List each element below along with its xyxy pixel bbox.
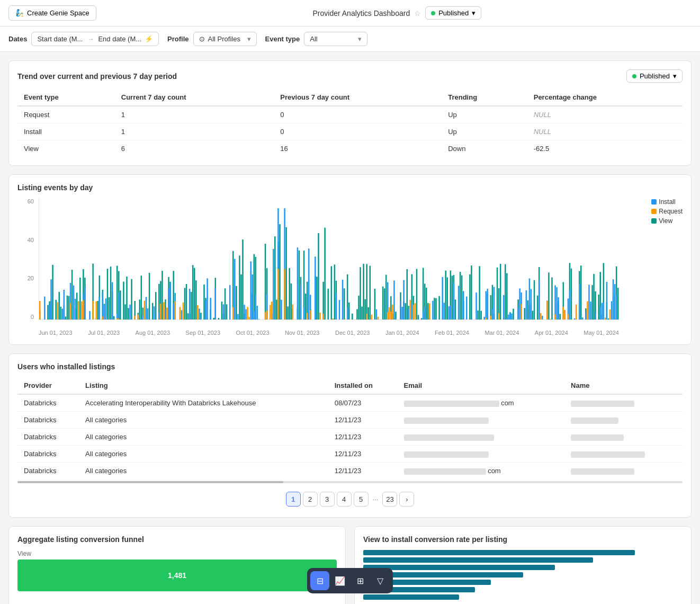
svg-rect-168 [279,224,280,319]
svg-rect-231 [382,287,383,319]
published-status-button[interactable]: Published ▾ [425,6,481,20]
svg-rect-2 [44,297,45,319]
scroll-thumb[interactable] [17,481,283,483]
svg-rect-339 [539,280,540,319]
cell-previous: 0 [274,106,442,123]
svg-rect-271 [434,298,435,319]
svg-rect-372 [588,285,589,319]
svg-rect-90 [166,308,167,319]
svg-rect-282 [452,276,453,319]
svg-rect-104 [186,284,187,319]
cell-name [564,412,683,429]
svg-rect-287 [460,272,461,319]
svg-rect-144 [248,317,249,319]
svg-rect-365 [579,284,580,319]
profile-select[interactable]: ⊙ All Profiles ▾ [193,32,257,46]
svg-rect-127 [223,304,224,319]
svg-rect-278 [447,277,448,319]
page-2-button[interactable]: 2 [303,492,318,507]
trend-published-button[interactable]: Published ▾ [626,69,683,83]
svg-rect-322 [513,309,514,319]
filter-toolbar-button[interactable]: ⊟ [310,571,329,590]
page-next-button[interactable]: › [399,492,414,507]
svg-rect-188 [307,313,308,319]
create-genie-space-button[interactable]: 🧞 Create Genie Space [8,5,96,21]
svg-rect-336 [534,280,535,319]
svg-rect-158 [266,310,267,319]
users-table-wrapper[interactable]: Provider Listing Installed on Email Name… [17,377,683,479]
trend-table-row: Request 1 0 Up NULL [17,106,683,123]
conversion-bar-7 [363,594,459,600]
col-previous-7day: Previous 7 day count [274,89,442,106]
page-3-button[interactable]: 3 [320,492,335,507]
svg-rect-274 [438,296,439,319]
svg-rect-215 [352,314,353,319]
svg-rect-316 [506,273,507,319]
page-4-button[interactable]: 4 [337,492,352,507]
chart-bars [39,198,619,320]
svg-rect-390 [611,301,612,319]
svg-rect-222 [366,264,367,319]
horizontal-scrollbar[interactable] [17,481,683,483]
svg-rect-148 [254,254,255,319]
cell-previous: 16 [274,140,442,157]
svg-rect-296 [477,310,478,319]
cell-email: com [398,394,565,412]
svg-rect-196 [318,233,319,319]
svg-rect-48 [109,297,110,319]
page-ellipsis: ··· [371,495,381,503]
svg-rect-22 [73,286,74,319]
svg-rect-294 [471,319,472,319]
svg-rect-216 [356,309,357,319]
svg-rect-361 [571,269,572,319]
svg-rect-175 [289,268,290,319]
cell-provider: Databricks [17,394,79,412]
page-1-button[interactable]: 1 [286,492,301,507]
svg-rect-373 [590,301,591,319]
svg-rect-162 [273,249,274,319]
svg-rect-201 [327,289,328,319]
chart-toolbar-button[interactable]: 📈 [330,571,349,590]
svg-rect-352 [559,314,560,319]
col-email: Email [398,377,565,394]
star-icon[interactable]: ☆ [414,9,421,17]
svg-rect-67 [134,316,135,319]
svg-rect-249 [405,303,406,319]
page-23-button[interactable]: 23 [382,492,397,507]
svg-rect-83 [158,313,159,319]
svg-rect-149 [254,311,255,319]
svg-rect-101 [181,310,182,319]
svg-rect-185 [303,307,304,319]
event-type-select[interactable]: All ▾ [304,32,367,46]
cell-installed: 12/11/23 [328,463,398,479]
svg-rect-305 [490,316,491,319]
svg-rect-24 [75,299,76,319]
svg-rect-344 [548,272,549,319]
svg-rect-63 [128,308,129,319]
page-5-button[interactable]: 5 [354,492,369,507]
svg-rect-279 [448,306,450,319]
col-provider: Provider [17,377,79,394]
svg-rect-154 [265,244,266,319]
svg-rect-120 [210,298,211,319]
svg-rect-393 [614,284,615,319]
svg-rect-310 [497,268,498,319]
chart-title: Listing events by day [17,183,683,192]
y-axis: 60 40 20 0 [17,198,36,320]
bottom-toolbar: ⊟ 📈 ⊞ ▽ [307,568,393,593]
list-item: Databricks All categories 12/11/23 [17,429,683,446]
svg-rect-250 [407,269,408,319]
table-toolbar-button[interactable]: ⊞ [351,571,370,590]
svg-rect-317 [506,318,507,319]
svg-rect-110 [194,268,195,319]
date-range-picker[interactable]: Start date (M... → End date (M... ⚡ [31,32,159,46]
svg-rect-7 [50,279,51,319]
svg-rect-265 [424,307,425,319]
conversion-bar-3 [363,565,555,570]
funnel-toolbar-button[interactable]: ▽ [371,571,390,590]
svg-rect-374 [591,285,593,319]
app-header: 🧞 Create Genie Space Provider Analytics … [0,0,700,26]
x-axis-label: Aug 01, 2023 [136,330,170,336]
svg-rect-36 [92,301,93,319]
cell-email [398,446,565,463]
